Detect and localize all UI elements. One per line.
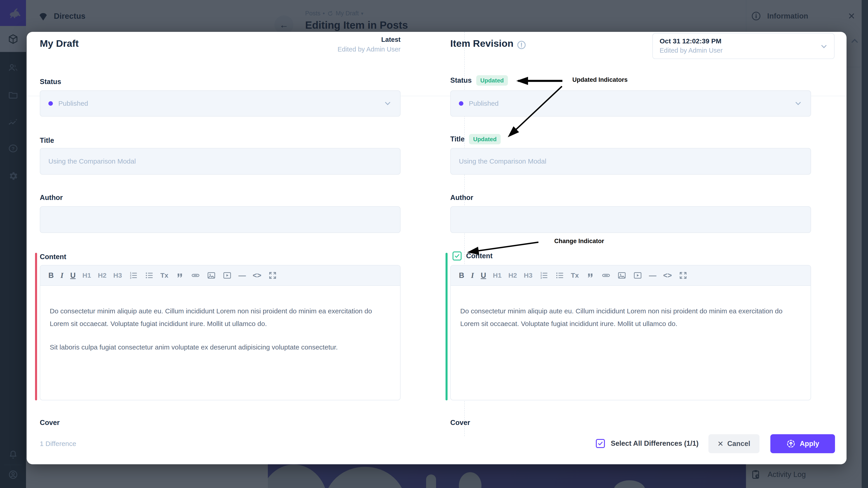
content-paragraph: Sit laboris culpa fugiat consectetur ani…	[50, 341, 373, 354]
select-all-checkbox[interactable]	[596, 439, 605, 448]
change-bar-new	[445, 253, 447, 400]
underline-icon[interactable]: U	[70, 271, 76, 280]
cancel-x-icon: ×	[718, 439, 723, 449]
content-label-left: Content	[40, 253, 66, 261]
author-label-left: Author	[40, 194, 63, 202]
cancel-button[interactable]: × Cancel	[708, 434, 760, 453]
content-row-right: Content	[453, 252, 493, 260]
meta-latest: Latest	[338, 36, 401, 43]
status-updated-badge: Updated	[476, 75, 508, 86]
revision-info-icon[interactable]	[517, 40, 526, 50]
chevron-down-icon	[819, 42, 828, 51]
content-change-checkbox[interactable]	[453, 252, 462, 260]
status-dot-icon	[49, 101, 53, 106]
meta-edited-by: Edited by Admin User	[338, 46, 401, 53]
chevron-down-icon	[383, 99, 392, 108]
clear-format-icon[interactable]: Tx	[571, 271, 579, 279]
heading-2-icon[interactable]: H2	[508, 271, 517, 279]
code-icon[interactable]: <>	[663, 271, 672, 280]
heading-1-icon[interactable]: H1	[83, 271, 91, 279]
svg-text:3: 3	[540, 276, 542, 279]
status-label-right: Status	[450, 76, 472, 85]
code-icon[interactable]: <>	[253, 271, 261, 280]
cover-label-left: Cover	[40, 419, 60, 427]
bold-icon[interactable]: B	[459, 271, 464, 280]
title-value-left: Using the Comparison Modal	[49, 158, 136, 165]
video-icon[interactable]	[633, 271, 642, 280]
editor-toolbar-left: BIUH1H2H3123Tx—<>	[40, 265, 400, 286]
italic-icon[interactable]: I	[61, 271, 64, 280]
author-label-right: Author	[450, 194, 473, 202]
status-select-right[interactable]: Published	[450, 90, 811, 117]
status-value-left: Published	[58, 100, 88, 107]
status-row-right: Status Updated	[450, 75, 508, 86]
bold-icon[interactable]: B	[49, 271, 54, 280]
content-paragraph: Do consectetur minim aliquip aute eu. Ci…	[50, 305, 373, 330]
comparison-modal: My Draft Latest Edited by Admin User Sta…	[27, 32, 846, 464]
bullet-list-icon[interactable]	[145, 271, 154, 280]
title-input-left[interactable]: Using the Comparison Modal	[40, 148, 401, 175]
revision-picker[interactable]: Oct 31 12:02:39 PM Edited by Admin User	[652, 33, 835, 59]
select-all-label: Select All Differences (1/1)	[611, 440, 699, 448]
content-paragraph: Do consectetur minim aliquip aute eu. Ci…	[460, 305, 783, 330]
image-icon[interactable]	[207, 271, 216, 280]
ordered-list-icon[interactable]: 123	[129, 271, 138, 280]
apply-commit-icon	[786, 439, 796, 449]
title-value-right: Using the Comparison Modal	[459, 158, 546, 165]
content-editor-right: BIUH1H2H3123Tx—<> Do consectetur minim a…	[450, 265, 811, 400]
title-label-right: Title	[450, 135, 465, 143]
status-value-right: Published	[469, 100, 499, 107]
italic-icon[interactable]: I	[471, 271, 474, 280]
revision-edited-by: Edited by Admin User	[659, 47, 827, 54]
revision-timestamp: Oct 31 12:02:39 PM	[659, 37, 827, 45]
heading-2-icon[interactable]: H2	[98, 271, 106, 279]
status-label-left: Status	[40, 78, 61, 86]
check-icon	[597, 441, 603, 447]
cancel-label: Cancel	[727, 440, 750, 448]
select-all-row: Select All Differences (1/1)	[596, 439, 699, 448]
svg-text:3: 3	[130, 276, 131, 279]
title-updated-badge: Updated	[469, 134, 501, 144]
editor-body-left[interactable]: Do consectetur minim aliquip aute eu. Ci…	[40, 286, 400, 354]
chevron-down-icon	[794, 99, 802, 108]
author-input-right[interactable]	[450, 206, 811, 233]
blockquote-icon[interactable]	[586, 271, 595, 280]
left-pane-title: My Draft	[40, 38, 79, 49]
title-label-left: Title	[40, 136, 54, 144]
check-icon	[454, 253, 460, 259]
underline-icon[interactable]: U	[481, 271, 486, 280]
editor-body-right[interactable]: Do consectetur minim aliquip aute eu. Ci…	[451, 286, 811, 330]
fullscreen-icon[interactable]	[268, 271, 277, 280]
blockquote-icon[interactable]	[175, 271, 184, 280]
horizontal-rule-icon[interactable]: —	[239, 271, 246, 280]
screen: ? Directus ← Posts • My Draft ▾ Editing …	[0, 0, 868, 488]
status-dot-icon	[459, 101, 463, 106]
clear-format-icon[interactable]: Tx	[160, 271, 168, 279]
change-bar-old	[35, 253, 37, 400]
link-icon[interactable]	[601, 271, 611, 280]
ordered-list-icon[interactable]: 123	[539, 271, 548, 280]
right-pane-title: Item Revision	[450, 38, 514, 49]
horizontal-rule-icon[interactable]: —	[649, 271, 656, 280]
heading-1-icon[interactable]: H1	[493, 271, 502, 279]
apply-label: Apply	[800, 440, 819, 448]
heading-3-icon[interactable]: H3	[113, 271, 122, 279]
content-label-right: Content	[466, 252, 493, 260]
cover-label-right: Cover	[450, 419, 470, 427]
content-editor-left: BIUH1H2H3123Tx—<> Do consectetur minim a…	[40, 265, 401, 400]
editor-toolbar-right: BIUH1H2H3123Tx—<>	[451, 265, 811, 286]
heading-3-icon[interactable]: H3	[524, 271, 532, 279]
author-input-left[interactable]	[40, 206, 401, 233]
fullscreen-icon[interactable]	[679, 271, 688, 280]
apply-button[interactable]: Apply	[770, 434, 835, 453]
link-icon[interactable]	[191, 271, 200, 280]
video-icon[interactable]	[223, 271, 232, 280]
status-select-left[interactable]: Published	[40, 90, 401, 117]
image-icon[interactable]	[617, 271, 626, 280]
left-pane-meta: Latest Edited by Admin User	[338, 36, 401, 53]
differences-count: 1 Difference	[40, 440, 76, 448]
title-input-right[interactable]: Using the Comparison Modal	[450, 148, 811, 175]
title-row-right: Title Updated	[450, 134, 501, 144]
bullet-list-icon[interactable]	[555, 271, 564, 280]
